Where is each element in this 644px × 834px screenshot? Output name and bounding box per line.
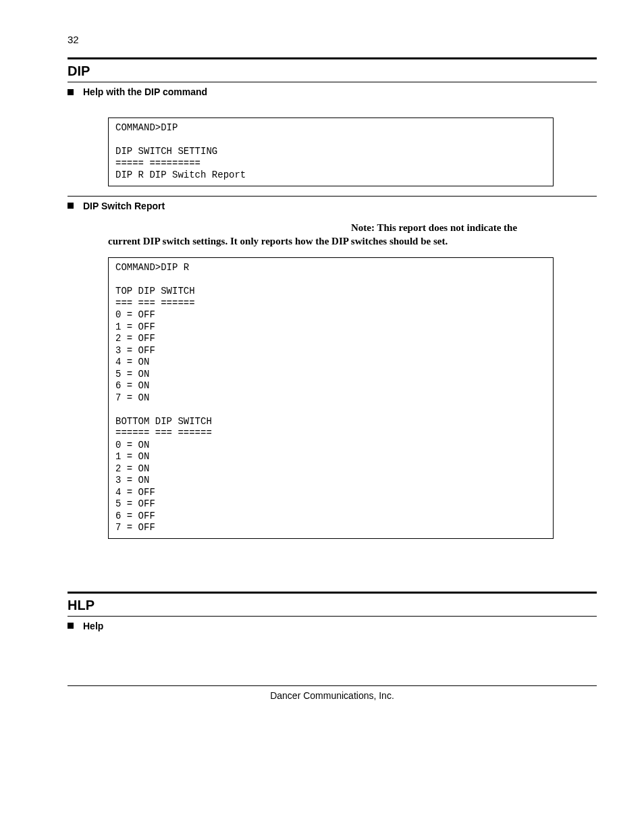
sub-heading-text: Help [83, 621, 103, 631]
page-number: 32 [68, 34, 597, 45]
note-paragraph: Note: This report does not indicate the … [108, 221, 597, 249]
divider-thick [68, 592, 597, 594]
page-container: 32 DIP Help with the DIP command COMMAND… [0, 0, 644, 728]
divider-thick [68, 57, 597, 59]
section-heading-dip: DIP [68, 63, 597, 79]
note-bold-line1: Note: This report does not indicate the [351, 222, 517, 233]
sub-heading-text: Help with the DIP command [83, 86, 207, 97]
note-bold-line2: current DIP switch settings. It only rep… [108, 236, 448, 246]
divider-thin [68, 616, 597, 617]
square-bullet-icon [68, 203, 74, 209]
divider-thin [68, 82, 597, 82]
sub-heading-row: Help [68, 621, 597, 631]
sub-heading-text: DIP Switch Report [83, 201, 165, 211]
square-bullet-icon [68, 89, 74, 95]
divider-thin [68, 196, 597, 197]
footer-text: Dancer Communications, Inc. [68, 685, 597, 701]
sub-heading-row: Help with the DIP command [68, 86, 597, 97]
code-block-dip-report: COMMAND>DIP R TOP DIP SWITCH === === ===… [108, 257, 554, 539]
section-heading-hlp: HLP [68, 598, 597, 613]
square-bullet-icon [68, 623, 74, 629]
code-block-dip-help: COMMAND>DIP DIP SWITCH SETTING ===== ===… [108, 118, 554, 186]
spacer [68, 548, 597, 592]
sub-heading-row: DIP Switch Report [68, 201, 597, 211]
